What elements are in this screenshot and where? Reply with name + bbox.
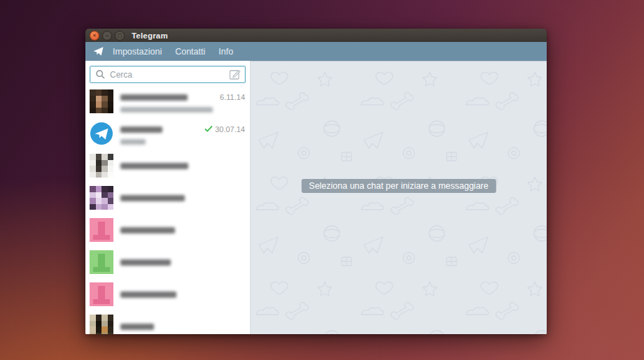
telegram-plane-icon <box>92 45 104 57</box>
pixels-avatar <box>90 186 113 210</box>
telegram-window: ✕ – ▢ Telegram Impostazioni Contatti Inf… <box>85 29 547 334</box>
chat-info <box>120 218 245 248</box>
chat-list-item[interactable] <box>85 152 250 184</box>
chat-info <box>120 315 245 334</box>
compose-icon[interactable] <box>229 69 241 80</box>
search-input[interactable] <box>90 66 246 83</box>
chat-area: Seleziona una chat per iniziare a messag… <box>250 61 547 334</box>
menu-info[interactable]: Info <box>216 45 235 58</box>
chat-name-redacted <box>120 195 185 201</box>
doodle-pattern <box>251 62 547 334</box>
placeholder-avatar <box>90 282 113 306</box>
search-icon <box>95 69 106 80</box>
chat-info: 6.11.14 <box>120 89 245 120</box>
pixels-avatar <box>90 154 113 178</box>
chat-info <box>120 154 245 184</box>
chat-list-item[interactable]: 6.11.14 <box>85 87 250 120</box>
chat-date: 30.07.14 <box>204 125 245 134</box>
chat-info <box>120 250 245 280</box>
pixels-avatar <box>90 315 113 334</box>
chat-list-item[interactable] <box>85 184 250 216</box>
menu-impostazioni[interactable]: Impostazioni <box>111 45 164 58</box>
placeholder-avatar <box>90 250 113 274</box>
chat-info: 30.07.14 <box>120 122 245 152</box>
chat-info <box>120 282 245 312</box>
chat-name-redacted <box>120 127 162 133</box>
chat-list-item[interactable] <box>85 248 250 280</box>
chat-name-redacted <box>120 227 175 233</box>
chat-name-redacted <box>120 324 154 330</box>
minimize-button[interactable]: – <box>102 31 112 41</box>
read-check-icon <box>204 125 213 134</box>
window-title: Telegram <box>132 31 168 40</box>
chat-name-redacted <box>120 291 176 298</box>
titlebar[interactable]: ✕ – ▢ Telegram <box>85 29 547 42</box>
telegram-avatar <box>90 122 113 145</box>
chat-name-redacted <box>120 259 171 266</box>
menu-contatti[interactable]: Contatti <box>173 45 207 58</box>
placeholder-avatar <box>90 218 113 242</box>
chat-list-item[interactable] <box>85 312 250 334</box>
window-content: 6.11.1430.07.14 <box>85 61 547 334</box>
empty-state-hint: Seleziona una chat per iniziare a messag… <box>301 179 496 193</box>
search-box <box>90 66 246 83</box>
chat-name-redacted <box>120 94 188 101</box>
chat-sidebar: 6.11.1430.07.14 <box>85 61 250 334</box>
pixels-avatar <box>90 89 113 113</box>
close-button[interactable]: ✕ <box>90 31 99 41</box>
chat-info <box>120 186 245 216</box>
chat-preview-redacted <box>120 139 146 145</box>
chat-name-redacted <box>120 163 188 169</box>
maximize-button[interactable]: ▢ <box>115 31 125 41</box>
chat-date: 6.11.14 <box>220 93 245 101</box>
chat-list-item[interactable] <box>85 216 250 248</box>
chat-list: 6.11.1430.07.14 <box>85 87 250 334</box>
desktop-wallpaper: ✕ – ▢ Telegram Impostazioni Contatti Inf… <box>0 0 644 360</box>
chat-list-item[interactable]: 30.07.14 <box>85 120 250 152</box>
chat-preview-redacted <box>120 107 213 113</box>
chat-list-item[interactable] <box>85 280 250 312</box>
menu-bar: Impostazioni Contatti Info <box>85 42 547 61</box>
